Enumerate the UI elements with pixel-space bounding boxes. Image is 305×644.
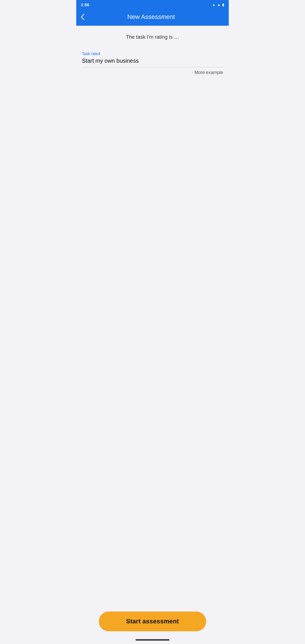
bottom-container: Start assessment [76, 606, 229, 637]
status-time: 1:56 [81, 2, 89, 7]
back-icon [81, 14, 84, 20]
battery-icon: ▮ [222, 3, 224, 7]
status-icons: ▲ ▲ ▮ [212, 3, 224, 7]
status-bar: 1:56 ▲ ▲ ▮ [76, 0, 229, 9]
main-content: The task I'm rating is … Task rated Star… [76, 26, 229, 606]
task-label: Task rated [82, 51, 223, 56]
task-input-container[interactable]: Start my own business [82, 58, 223, 67]
back-button[interactable] [81, 13, 86, 21]
start-assessment-button[interactable]: Start assessment [99, 612, 206, 631]
subtitle-text: The task I'm rating is … [82, 34, 223, 40]
task-value: Start my own business [82, 58, 223, 64]
home-indicator [76, 637, 229, 644]
signal-icon: ▲ [212, 3, 215, 7]
app-header: New Assessment [76, 9, 229, 26]
home-bar [136, 639, 169, 641]
task-section: Task rated Start my own business More ex… [82, 49, 223, 78]
spacer [82, 78, 223, 600]
more-example-link[interactable]: More example [82, 70, 223, 75]
page-title: New Assessment [86, 13, 216, 21]
wifi-icon: ▲ [217, 3, 221, 7]
